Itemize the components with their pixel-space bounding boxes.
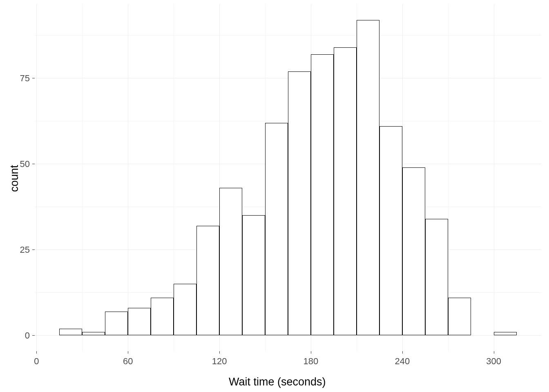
y-tick-label: 75 [13,73,30,84]
histogram-bar [242,215,265,335]
histogram-bar [425,219,448,336]
x-tick-label: 240 [394,356,411,367]
y-tick-label: 25 [13,245,30,255]
grid-line-horizontal-minor [35,35,541,36]
x-tick [311,351,311,354]
histogram-bar [311,54,334,336]
grid-line-vertical [128,4,128,351]
y-tick-label: 0 [13,330,30,341]
histogram-bar [128,308,151,335]
x-axis-title: Wait time (seconds) [229,376,326,388]
histogram-bar [265,123,288,336]
y-tick [32,249,35,250]
histogram-bar [82,332,105,335]
x-tick [219,351,220,354]
x-tick [36,351,37,354]
histogram-chart: 060120180240300 0255075 Wait time (secon… [0,0,549,392]
histogram-bar [402,167,425,336]
x-tick [402,351,403,354]
grid-line-vertical [36,4,37,351]
histogram-bar [196,226,219,336]
grid-line-vertical [494,4,494,351]
histogram-bar [379,126,402,335]
x-tick-label: 300 [486,356,502,367]
histogram-bar [59,329,82,336]
histogram-bar [288,71,311,336]
y-tick [32,164,35,164]
histogram-bar [334,47,357,336]
x-tick [128,351,128,354]
histogram-bar [357,20,379,336]
histogram-bar [174,284,196,335]
grid-line-horizontal [35,335,541,336]
x-tick-label: 0 [28,356,45,367]
histogram-bar [219,188,242,335]
x-tick-label: 180 [303,356,319,367]
grid-line-vertical-minor [82,4,83,351]
histogram-bar [105,312,128,336]
x-tick-label: 120 [211,356,228,367]
y-tick [32,78,35,78]
histogram-bar [448,298,471,335]
x-tick [494,351,494,354]
x-tick-label: 60 [120,356,136,367]
y-tick [32,335,35,336]
histogram-bar [151,298,174,335]
y-axis-title: count [8,165,21,192]
histogram-bar [494,332,517,335]
